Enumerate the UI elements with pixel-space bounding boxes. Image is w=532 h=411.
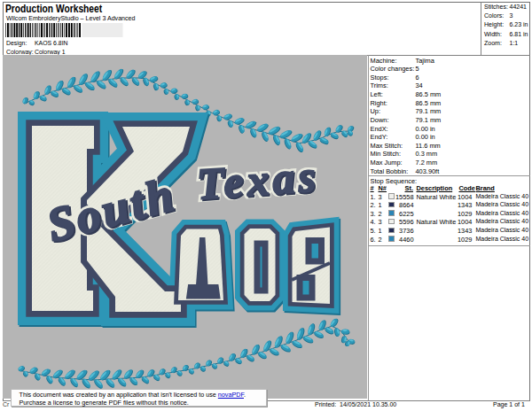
svg-text:Texas: Texas [195, 151, 320, 208]
